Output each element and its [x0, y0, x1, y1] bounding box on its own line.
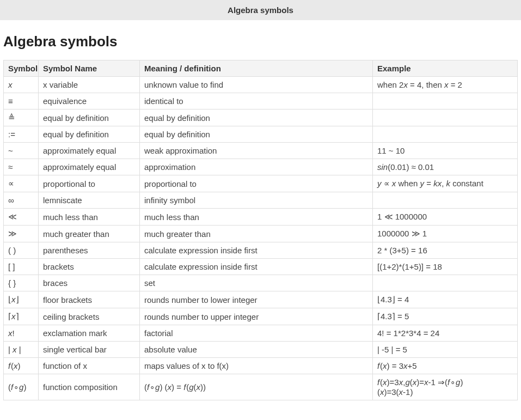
th-name: Symbol Name — [39, 60, 140, 77]
table-row: ( )parenthesescalculate expression insid… — [4, 242, 518, 259]
cell-example — [373, 93, 518, 109]
cell-example: 2 * (3+5) = 16 — [373, 242, 518, 259]
cell-symbol: f (x) — [4, 358, 39, 374]
cell-symbol: (f ∘ g) — [4, 374, 39, 400]
cell-definition: absolute value — [140, 342, 373, 358]
cell-symbol: ∞ — [4, 192, 39, 209]
table-row: ⌊x⌋floor bracketsrounds number to lower … — [4, 291, 518, 308]
page-title: Algebra symbols — [3, 33, 518, 50]
cell-example — [373, 275, 518, 291]
cell-definition: infinity symbol — [140, 192, 373, 209]
table-row: ≪much less thanmuch less than1 ≪ 1000000 — [4, 209, 518, 226]
cell-name: ceiling brackets — [39, 308, 140, 325]
table-header-row: Symbol Symbol Name Meaning / definition … — [4, 60, 518, 77]
table-row: xx variableunknown value to findwhen 2x … — [4, 77, 518, 93]
top-bar-title: Algebra symbols — [228, 5, 293, 15]
table-row: ≫much greater thanmuch greater than10000… — [4, 226, 518, 242]
table-row: ~approximately equalweak approximation11… — [4, 143, 518, 159]
cell-symbol: ⌈x⌉ — [4, 308, 39, 325]
top-bar: Algebra symbols — [0, 0, 521, 20]
cell-name: single vertical bar — [39, 342, 140, 358]
table-row: ≈approximately equalapproximationsin(0.0… — [4, 159, 518, 175]
cell-name: much less than — [39, 209, 140, 226]
cell-name: x variable — [39, 77, 140, 93]
cell-definition: rounds number to upper integer — [140, 308, 373, 325]
th-definition: Meaning / definition — [140, 60, 373, 77]
cell-definition: rounds number to lower integer — [140, 291, 373, 308]
cell-definition: unknown value to find — [140, 77, 373, 93]
cell-name: proportional to — [39, 175, 140, 192]
cell-example: 11 ~ 10 — [373, 143, 518, 159]
cell-symbol: ∝ — [4, 175, 39, 192]
cell-example — [373, 126, 518, 143]
cell-name: equal by definition — [39, 126, 140, 143]
cell-definition: calculate expression inside first — [140, 259, 373, 275]
cell-example: when 2x = 4, then x = 2 — [373, 77, 518, 93]
table-row: (f ∘ g)function composition(f ∘ g) (x) =… — [4, 374, 518, 400]
cell-symbol: x — [4, 77, 39, 93]
cell-example: 4! = 1*2*3*4 = 24 — [373, 325, 518, 342]
cell-definition: maps values of x to f(x) — [140, 358, 373, 374]
cell-name: floor brackets — [39, 291, 140, 308]
cell-example: [(1+2)*(1+5)] = 18 — [373, 259, 518, 275]
cell-name: function of x — [39, 358, 140, 374]
cell-symbol: ≡ — [4, 93, 39, 109]
cell-name: equivalence — [39, 93, 140, 109]
table-row: | x |single vertical barabsolute value| … — [4, 342, 518, 358]
cell-symbol: ≜ — [4, 109, 39, 126]
table-row: ≡equivalenceidentical to — [4, 93, 518, 109]
table-row: f (x)function of xmaps values of x to f(… — [4, 358, 518, 374]
cell-symbol: := — [4, 126, 39, 143]
cell-definition: weak approximation — [140, 143, 373, 159]
cell-definition: much greater than — [140, 226, 373, 242]
cell-example: ⌈4.3⌉ = 5 — [373, 308, 518, 325]
table-row: [ ]bracketscalculate expression inside f… — [4, 259, 518, 275]
cell-symbol: x! — [4, 325, 39, 342]
cell-symbol: ≪ — [4, 209, 39, 226]
cell-definition: identical to — [140, 93, 373, 109]
cell-example: f (x)=3x,g(x)=x-1 ⇒(f ∘ g)(x)=3(x-1) — [373, 374, 518, 400]
cell-example: | -5 | = 5 — [373, 342, 518, 358]
cell-symbol: [ ] — [4, 259, 39, 275]
cell-definition: calculate expression inside first — [140, 242, 373, 259]
cell-definition: approximation — [140, 159, 373, 175]
cell-symbol: { } — [4, 275, 39, 291]
cell-name: equal by definition — [39, 109, 140, 126]
cell-example: 1 ≪ 1000000 — [373, 209, 518, 226]
cell-example: 1000000 ≫ 1 — [373, 226, 518, 242]
cell-symbol: | x | — [4, 342, 39, 358]
cell-symbol: ( ) — [4, 242, 39, 259]
symbols-table: Symbol Symbol Name Meaning / definition … — [3, 60, 518, 400]
cell-symbol: ≈ — [4, 159, 39, 175]
cell-definition: set — [140, 275, 373, 291]
cell-name: approximately equal — [39, 143, 140, 159]
cell-name: braces — [39, 275, 140, 291]
cell-name: approximately equal — [39, 159, 140, 175]
cell-definition: proportional to — [140, 175, 373, 192]
cell-definition: equal by definition — [140, 126, 373, 143]
cell-name: much greater than — [39, 226, 140, 242]
cell-example — [373, 192, 518, 209]
table-row: x!exclamation markfactorial4! = 1*2*3*4 … — [4, 325, 518, 342]
cell-name: brackets — [39, 259, 140, 275]
table-row: ∞lemniscateinfinity symbol — [4, 192, 518, 209]
cell-symbol: ⌊x⌋ — [4, 291, 39, 308]
cell-name: exclamation mark — [39, 325, 140, 342]
cell-definition: equal by definition — [140, 109, 373, 126]
cell-example: sin(0.01) ≈ 0.01 — [373, 159, 518, 175]
content-area: Algebra symbols Symbol Symbol Name Meani… — [0, 20, 521, 411]
cell-definition: much less than — [140, 209, 373, 226]
table-row: :=equal by definitionequal by definition — [4, 126, 518, 143]
cell-name: parentheses — [39, 242, 140, 259]
cell-symbol: ≫ — [4, 226, 39, 242]
table-row: { }bracesset — [4, 275, 518, 291]
cell-definition: (f ∘ g) (x) = f (g(x)) — [140, 374, 373, 400]
table-row: ≜equal by definitionequal by definition — [4, 109, 518, 126]
th-example: Example — [373, 60, 518, 77]
cell-name: lemniscate — [39, 192, 140, 209]
table-row: ∝proportional toproportional toy ∝ x whe… — [4, 175, 518, 192]
cell-definition: factorial — [140, 325, 373, 342]
table-row: ⌈x⌉ceiling bracketsrounds number to uppe… — [4, 308, 518, 325]
cell-example: ⌊4.3⌋ = 4 — [373, 291, 518, 308]
th-symbol: Symbol — [4, 60, 39, 77]
